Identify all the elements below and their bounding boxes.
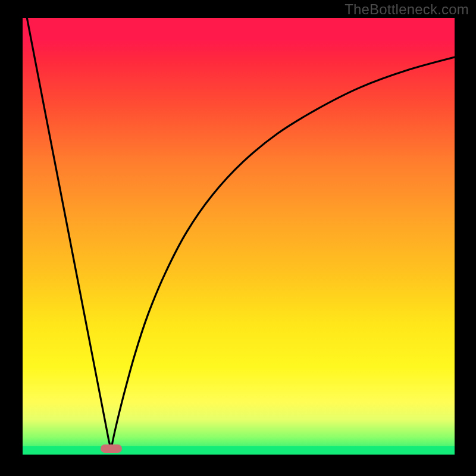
watermark-text: TheBottleneck.com <box>345 1 469 18</box>
curve-left-branch <box>27 18 111 449</box>
chart-frame: TheBottleneck.com <box>0 0 476 476</box>
curve-right-branch <box>111 57 455 449</box>
optimum-marker <box>101 444 122 453</box>
curve-layer <box>23 18 455 455</box>
plot-area <box>23 18 455 455</box>
